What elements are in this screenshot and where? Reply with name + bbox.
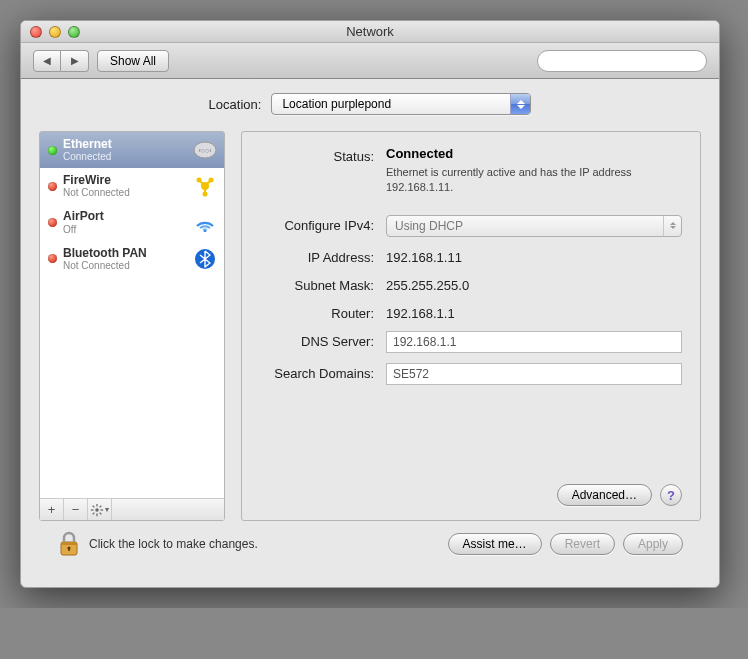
dns-server-label: DNS Server: (250, 331, 386, 349)
window-title: Network (21, 24, 719, 39)
close-icon[interactable] (30, 26, 42, 38)
minimize-icon[interactable] (49, 26, 61, 38)
status-value: Connected (386, 146, 682, 161)
remove-service-button[interactable]: − (64, 499, 88, 520)
service-name: Ethernet (63, 138, 186, 151)
network-prefs-window: Network ◀ ▶ Show All Location: Location … (20, 20, 720, 588)
svg-line-19 (100, 512, 102, 514)
svg-line-21 (100, 505, 102, 507)
forward-button[interactable]: ▶ (61, 50, 89, 72)
configure-ipv4-label: Configure IPv4: (250, 215, 386, 233)
gear-icon (90, 503, 104, 517)
chevron-updown-icon (510, 94, 530, 114)
service-sidebar: EthernetConnected‹○○›FireWireNot Connect… (39, 131, 225, 521)
location-label: Location: (209, 97, 262, 112)
svg-line-18 (93, 505, 95, 507)
router-value: 192.168.1.1 (386, 303, 682, 321)
status-dot-icon (48, 218, 57, 227)
toolbar: ◀ ▶ Show All (21, 43, 719, 79)
svg-line-20 (93, 512, 95, 514)
show-all-button[interactable]: Show All (97, 50, 169, 72)
lock-text: Click the lock to make changes. (89, 537, 258, 551)
service-name: FireWire (63, 174, 186, 187)
service-status: Connected (63, 151, 186, 162)
assist-me-button[interactable]: Assist me… (448, 533, 542, 555)
location-value: Location purplepond (282, 97, 391, 111)
service-action-menu[interactable]: ▾ (88, 499, 112, 520)
svg-text:‹○○›: ‹○○› (198, 147, 212, 154)
ip-address-value: 192.168.1.11 (386, 247, 682, 265)
svg-rect-23 (61, 542, 77, 545)
bluetooth-icon (192, 248, 218, 270)
router-label: Router: (250, 303, 386, 321)
sidebar-item-bluetooth-pan[interactable]: Bluetooth PANNot Connected (40, 241, 224, 277)
svg-rect-25 (68, 548, 70, 551)
subnet-mask-label: Subnet Mask: (250, 275, 386, 293)
titlebar: Network (21, 21, 719, 43)
detail-panel: Status: Connected Ethernet is currently … (241, 131, 701, 521)
help-button[interactable]: ? (660, 484, 682, 506)
dns-server-input[interactable] (386, 331, 682, 353)
chevron-updown-icon (663, 216, 681, 236)
subnet-mask-value: 255.255.255.0 (386, 275, 682, 293)
status-dot-icon (48, 182, 57, 191)
apply-button[interactable]: Apply (623, 533, 683, 555)
service-status: Off (63, 224, 186, 235)
ethernet-icon: ‹○○› (192, 139, 218, 161)
status-dot-icon (48, 254, 57, 263)
configure-ipv4-select[interactable]: Using DHCP (386, 215, 682, 237)
lock-icon[interactable] (57, 531, 81, 557)
status-label: Status: (250, 146, 386, 164)
zoom-icon[interactable] (68, 26, 80, 38)
revert-button[interactable]: Revert (550, 533, 615, 555)
search-input[interactable] (537, 50, 707, 72)
service-name: AirPort (63, 210, 186, 223)
search-field[interactable] (550, 54, 700, 68)
search-domains-input[interactable] (386, 363, 682, 385)
sidebar-item-airport[interactable]: AirPortOff (40, 204, 224, 240)
add-service-button[interactable]: + (40, 499, 64, 520)
service-name: Bluetooth PAN (63, 247, 186, 260)
svg-point-13 (95, 508, 99, 512)
search-domains-label: Search Domains: (250, 363, 386, 381)
ip-address-label: IP Address: (250, 247, 386, 265)
back-button[interactable]: ◀ (33, 50, 61, 72)
service-status: Not Connected (63, 187, 186, 198)
advanced-button[interactable]: Advanced… (557, 484, 652, 506)
firewire-icon (192, 175, 218, 197)
location-select[interactable]: Location purplepond (271, 93, 531, 115)
service-status: Not Connected (63, 260, 186, 271)
sidebar-item-firewire[interactable]: FireWireNot Connected (40, 168, 224, 204)
status-desc: Ethernet is currently active and has the… (386, 165, 646, 195)
status-dot-icon (48, 146, 57, 155)
airport-icon (192, 211, 218, 233)
sidebar-item-ethernet[interactable]: EthernetConnected‹○○› (40, 132, 224, 168)
